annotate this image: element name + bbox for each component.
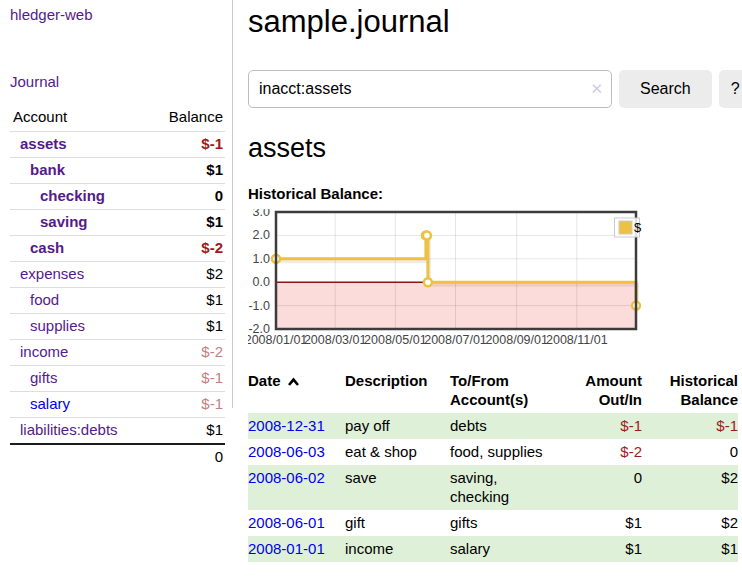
transaction-amount: $1 (560, 536, 642, 562)
account-row: food$1 (10, 288, 225, 314)
transaction-balance: $1 (642, 536, 738, 562)
transaction-balance: 0 (642, 439, 738, 465)
y-axis-tick-label: -1.0 (248, 299, 270, 313)
register-table: Date Description To/From Account(s) Amou… (248, 369, 738, 562)
search-input[interactable] (248, 70, 612, 108)
account-link[interactable]: supplies (30, 317, 85, 334)
transaction-description: income (345, 536, 450, 562)
transaction-description: pay off (345, 413, 450, 439)
account-link[interactable]: salary (30, 395, 70, 412)
transaction-date-link[interactable]: 2008-12-31 (248, 417, 325, 434)
page-title: sample.journal (248, 0, 738, 40)
register-col-balance: Historical Balance (642, 369, 738, 413)
account-row: assets$-1 (10, 132, 225, 158)
account-balance: $-1 (150, 132, 225, 158)
chart-heading: Historical Balance: (248, 185, 738, 202)
account-link[interactable]: saving (40, 213, 88, 230)
transaction-row: 2008-12-31pay offdebts$-1$-1 (248, 413, 738, 439)
transaction-date-link[interactable]: 2008-06-03 (248, 443, 325, 460)
y-axis-tick-label: 2.0 (253, 228, 270, 242)
data-point-marker (424, 278, 432, 286)
x-axis-tick-label: 2008/05/01 (364, 333, 427, 347)
y-axis-tick-label: 0.0 (253, 275, 270, 289)
account-link[interactable]: income (20, 343, 68, 360)
main-content: sample.journal ✕ Search ? assets Histori… (248, 0, 738, 562)
account-row: liabilities:debts$1 (10, 418, 225, 445)
account-row: supplies$1 (10, 314, 225, 340)
register-col-amount: Amount Out/In (560, 369, 642, 413)
transaction-balance: $2 (642, 465, 738, 510)
account-link[interactable]: gifts (30, 369, 58, 386)
transaction-accounts: gifts (450, 510, 560, 536)
transaction-date-link[interactable]: 2008-01-01 (248, 540, 325, 557)
transaction-row: 2008-01-01incomesalary$1$1 (248, 536, 738, 562)
account-link[interactable]: liabilities:debts (20, 421, 118, 438)
legend-swatch (619, 221, 632, 234)
x-axis-tick-label: 2008/11/01 (546, 333, 608, 347)
help-button[interactable]: ? (719, 70, 742, 108)
transaction-amount: $1 (560, 510, 642, 536)
historical-balance-chart: $3.02.01.00.0-1.0-2.02008/01/012008/03/0… (248, 209, 643, 349)
transaction-date-link[interactable]: 2008-06-01 (248, 514, 325, 531)
account-link[interactable]: checking (40, 187, 105, 204)
x-axis-tick-label: 2008/03/01 (304, 333, 367, 347)
app-title-link[interactable]: hledger-web (10, 6, 225, 23)
transaction-description: gift (345, 510, 450, 536)
account-row: salary$-1 (10, 392, 225, 418)
register-col-accounts: To/From Account(s) (450, 369, 560, 413)
legend-label: $ (634, 220, 642, 235)
accounts-total-balance: 0 (150, 444, 225, 470)
account-balance: $1 (150, 288, 225, 314)
account-row: gifts$-1 (10, 366, 225, 392)
transaction-row: 2008-06-03eat & shopfood, supplies$-20 (248, 439, 738, 465)
account-row: bank$1 (10, 158, 225, 184)
account-link[interactable]: assets (20, 135, 67, 152)
y-axis-tick-label: 1.0 (253, 252, 270, 266)
accounts-total-row: 0 (10, 444, 225, 470)
transaction-description: save (345, 465, 450, 510)
chevron-up-icon (287, 377, 300, 387)
sidebar-divider (232, 0, 233, 408)
accounts-table-body: assets$-1bank$1checking0saving$1cash$-2e… (10, 132, 225, 445)
account-link[interactable]: cash (30, 239, 64, 256)
transaction-row: 2008-06-02savesaving, checking0$2 (248, 465, 738, 510)
x-axis-tick-label: 2008/09/01 (485, 333, 548, 347)
account-link[interactable]: bank (30, 161, 65, 178)
accounts-header-row: Account Balance (10, 104, 225, 132)
sidebar: hledger-web Journal Account Balance asse… (0, 0, 232, 470)
account-balance: $-2 (150, 236, 225, 262)
transaction-row: 2008-06-01giftgifts$1$2 (248, 510, 738, 536)
register-col-date[interactable]: Date (248, 369, 345, 413)
transaction-date-link[interactable]: 2008-06-02 (248, 469, 325, 486)
account-balance: $1 (150, 418, 225, 445)
search-button[interactable]: Search (619, 70, 712, 108)
transaction-amount: $-1 (560, 413, 642, 439)
account-link[interactable]: food (30, 291, 59, 308)
transaction-accounts: saving, checking (450, 465, 560, 510)
account-balance: $1 (150, 158, 225, 184)
transaction-balance: $2 (642, 510, 738, 536)
account-row: checking0 (10, 184, 225, 210)
account-row: saving$1 (10, 210, 225, 236)
account-balance: $1 (150, 210, 225, 236)
transaction-accounts: salary (450, 536, 560, 562)
account-balance: $1 (150, 314, 225, 340)
search-input-wrap: ✕ (248, 70, 612, 108)
data-point-marker (423, 231, 431, 239)
register-table-body: 2008-12-31pay offdebts$-1$-12008-06-03ea… (248, 413, 738, 562)
transaction-accounts: debts (450, 413, 560, 439)
account-balance: $-2 (150, 340, 225, 366)
x-axis-tick-label: 2008/07/01 (424, 333, 487, 347)
account-balance: 0 (150, 184, 225, 210)
sidebar-item-journal[interactable]: Journal (10, 73, 225, 90)
account-row: cash$-2 (10, 236, 225, 262)
x-axis-tick-label: 2008/01/01 (248, 333, 307, 347)
register-col-description: Description (345, 369, 450, 413)
account-balance: $2 (150, 262, 225, 288)
clear-search-icon[interactable]: ✕ (590, 79, 603, 99)
chart-svg: $3.02.01.00.0-1.0-2.02008/01/012008/03/0… (248, 209, 643, 349)
register-header-row: Date Description To/From Account(s) Amou… (248, 369, 738, 413)
y-axis-tick-label: 3.0 (253, 209, 270, 219)
account-link[interactable]: expenses (20, 265, 84, 282)
transaction-balance: $-1 (642, 413, 738, 439)
